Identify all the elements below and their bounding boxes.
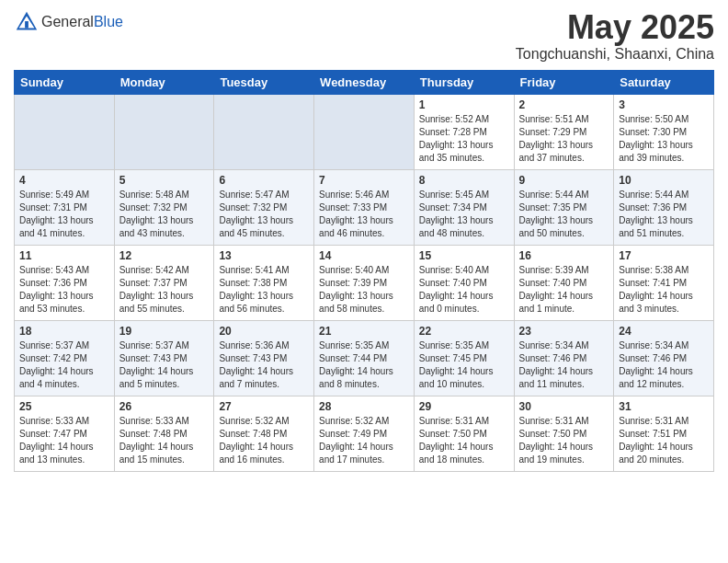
day-number: 10 — [619, 174, 709, 187]
day-number: 30 — [519, 400, 609, 413]
day-number: 8 — [419, 174, 509, 187]
day-info: Sunrise: 5:31 AMSunset: 7:50 PMDaylight:… — [519, 415, 609, 466]
calendar-cell: 10Sunrise: 5:44 AMSunset: 7:36 PMDayligh… — [614, 169, 714, 245]
day-number: 26 — [119, 400, 210, 413]
calendar-cell: 30Sunrise: 5:31 AMSunset: 7:50 PMDayligh… — [514, 396, 614, 471]
calendar-cell: 4Sunrise: 5:49 AMSunset: 7:31 PMDaylight… — [15, 169, 115, 245]
day-info: Sunrise: 5:48 AMSunset: 7:32 PMDaylight:… — [119, 189, 210, 240]
day-number: 27 — [219, 400, 309, 413]
day-number: 19 — [119, 325, 210, 338]
calendar-header-row: Sunday Monday Tuesday Wednesday Thursday… — [15, 70, 714, 94]
day-info: Sunrise: 5:40 AMSunset: 7:40 PMDaylight:… — [419, 264, 509, 316]
logo-general: General — [41, 14, 94, 29]
day-info: Sunrise: 5:38 AMSunset: 7:41 PMDaylight:… — [619, 264, 709, 316]
day-number: 25 — [19, 400, 109, 413]
day-number: 9 — [519, 174, 609, 187]
day-number: 16 — [519, 249, 609, 262]
calendar-cell: 2Sunrise: 5:51 AMSunset: 7:29 PMDaylight… — [514, 94, 614, 169]
week-row-3: 11Sunrise: 5:43 AMSunset: 7:36 PMDayligh… — [15, 245, 714, 320]
header-tuesday: Tuesday — [214, 70, 314, 94]
day-number: 17 — [619, 249, 709, 262]
calendar-cell: 22Sunrise: 5:35 AMSunset: 7:45 PMDayligh… — [414, 320, 514, 396]
header-friday: Friday — [514, 70, 614, 94]
day-number: 31 — [619, 400, 709, 413]
calendar-cell: 3Sunrise: 5:50 AMSunset: 7:30 PMDaylight… — [614, 94, 714, 169]
day-info: Sunrise: 5:34 AMSunset: 7:46 PMDaylight:… — [619, 339, 709, 391]
month-title: May 2025 — [516, 9, 714, 46]
page: GeneralBlue May 2025 Tongchuanshi, Shaan… — [0, 0, 728, 563]
logo-text: GeneralBlue — [41, 14, 123, 30]
calendar-cell: 17Sunrise: 5:38 AMSunset: 7:41 PMDayligh… — [614, 245, 714, 320]
calendar-cell: 11Sunrise: 5:43 AMSunset: 7:36 PMDayligh… — [15, 245, 115, 320]
calendar-cell: 27Sunrise: 5:32 AMSunset: 7:48 PMDayligh… — [214, 396, 314, 471]
calendar-cell: 26Sunrise: 5:33 AMSunset: 7:48 PMDayligh… — [114, 396, 214, 471]
calendar-cell — [214, 94, 314, 169]
day-info: Sunrise: 5:34 AMSunset: 7:46 PMDaylight:… — [519, 339, 609, 391]
day-info: Sunrise: 5:52 AMSunset: 7:28 PMDaylight:… — [419, 113, 509, 165]
calendar-cell: 18Sunrise: 5:37 AMSunset: 7:42 PMDayligh… — [15, 320, 115, 396]
day-number: 24 — [619, 325, 709, 338]
day-number: 3 — [619, 98, 709, 111]
day-info: Sunrise: 5:33 AMSunset: 7:47 PMDaylight:… — [19, 415, 109, 466]
day-number: 11 — [19, 249, 109, 262]
day-number: 15 — [419, 249, 509, 262]
day-info: Sunrise: 5:49 AMSunset: 7:31 PMDaylight:… — [19, 189, 109, 240]
header-thursday: Thursday — [414, 70, 514, 94]
calendar-cell: 25Sunrise: 5:33 AMSunset: 7:47 PMDayligh… — [15, 396, 115, 471]
day-info: Sunrise: 5:35 AMSunset: 7:45 PMDaylight:… — [419, 339, 509, 391]
calendar-cell: 8Sunrise: 5:45 AMSunset: 7:34 PMDaylight… — [414, 169, 514, 245]
day-info: Sunrise: 5:50 AMSunset: 7:30 PMDaylight:… — [619, 113, 709, 165]
day-number: 2 — [519, 98, 609, 111]
week-row-2: 4Sunrise: 5:49 AMSunset: 7:31 PMDaylight… — [15, 169, 714, 245]
day-number: 4 — [19, 174, 109, 187]
calendar-cell: 24Sunrise: 5:34 AMSunset: 7:46 PMDayligh… — [614, 320, 714, 396]
calendar-cell — [314, 94, 415, 169]
calendar-cell: 5Sunrise: 5:48 AMSunset: 7:32 PMDaylight… — [114, 169, 214, 245]
day-info: Sunrise: 5:51 AMSunset: 7:29 PMDaylight:… — [519, 113, 609, 165]
logo-icon — [14, 9, 40, 35]
logo: GeneralBlue — [14, 9, 123, 35]
week-row-1: 1Sunrise: 5:52 AMSunset: 7:28 PMDaylight… — [15, 94, 714, 169]
calendar-cell: 13Sunrise: 5:41 AMSunset: 7:38 PMDayligh… — [214, 245, 314, 320]
calendar-cell: 29Sunrise: 5:31 AMSunset: 7:50 PMDayligh… — [414, 396, 514, 471]
day-number: 13 — [219, 249, 309, 262]
calendar-cell: 23Sunrise: 5:34 AMSunset: 7:46 PMDayligh… — [514, 320, 614, 396]
day-info: Sunrise: 5:46 AMSunset: 7:33 PMDaylight:… — [319, 189, 409, 240]
day-number: 20 — [219, 325, 309, 338]
day-info: Sunrise: 5:31 AMSunset: 7:51 PMDaylight:… — [619, 415, 709, 466]
header-monday: Monday — [114, 70, 214, 94]
calendar-cell — [15, 94, 115, 169]
header-sunday: Sunday — [15, 70, 115, 94]
day-number: 18 — [19, 325, 109, 338]
day-info: Sunrise: 5:32 AMSunset: 7:48 PMDaylight:… — [219, 415, 309, 466]
day-info: Sunrise: 5:36 AMSunset: 7:43 PMDaylight:… — [219, 339, 309, 391]
day-number: 23 — [519, 325, 609, 338]
calendar-cell: 31Sunrise: 5:31 AMSunset: 7:51 PMDayligh… — [614, 396, 714, 471]
day-info: Sunrise: 5:44 AMSunset: 7:36 PMDaylight:… — [619, 189, 709, 240]
calendar-cell: 19Sunrise: 5:37 AMSunset: 7:43 PMDayligh… — [114, 320, 214, 396]
day-info: Sunrise: 5:37 AMSunset: 7:43 PMDaylight:… — [119, 339, 210, 391]
calendar-cell: 16Sunrise: 5:39 AMSunset: 7:40 PMDayligh… — [514, 245, 614, 320]
day-info: Sunrise: 5:35 AMSunset: 7:44 PMDaylight:… — [319, 339, 409, 391]
calendar-cell: 9Sunrise: 5:44 AMSunset: 7:35 PMDaylight… — [514, 169, 614, 245]
day-number: 1 — [419, 98, 509, 111]
day-info: Sunrise: 5:39 AMSunset: 7:40 PMDaylight:… — [519, 264, 609, 316]
week-row-5: 25Sunrise: 5:33 AMSunset: 7:47 PMDayligh… — [15, 396, 714, 471]
day-number: 12 — [119, 249, 210, 262]
calendar-cell: 20Sunrise: 5:36 AMSunset: 7:43 PMDayligh… — [214, 320, 314, 396]
location: Tongchuanshi, Shaanxi, China — [516, 46, 714, 63]
logo-blue: Blue — [94, 14, 123, 29]
day-number: 28 — [319, 400, 409, 413]
day-info: Sunrise: 5:32 AMSunset: 7:49 PMDaylight:… — [319, 415, 409, 466]
day-info: Sunrise: 5:37 AMSunset: 7:42 PMDaylight:… — [19, 339, 109, 391]
day-number: 29 — [419, 400, 509, 413]
day-number: 6 — [219, 174, 309, 187]
calendar-cell: 6Sunrise: 5:47 AMSunset: 7:32 PMDaylight… — [214, 169, 314, 245]
day-info: Sunrise: 5:41 AMSunset: 7:38 PMDaylight:… — [219, 264, 309, 316]
day-info: Sunrise: 5:42 AMSunset: 7:37 PMDaylight:… — [119, 264, 210, 316]
day-info: Sunrise: 5:43 AMSunset: 7:36 PMDaylight:… — [19, 264, 109, 316]
day-info: Sunrise: 5:47 AMSunset: 7:32 PMDaylight:… — [219, 189, 309, 240]
day-info: Sunrise: 5:31 AMSunset: 7:50 PMDaylight:… — [419, 415, 509, 466]
calendar-cell: 14Sunrise: 5:40 AMSunset: 7:39 PMDayligh… — [314, 245, 415, 320]
day-info: Sunrise: 5:33 AMSunset: 7:48 PMDaylight:… — [119, 415, 210, 466]
